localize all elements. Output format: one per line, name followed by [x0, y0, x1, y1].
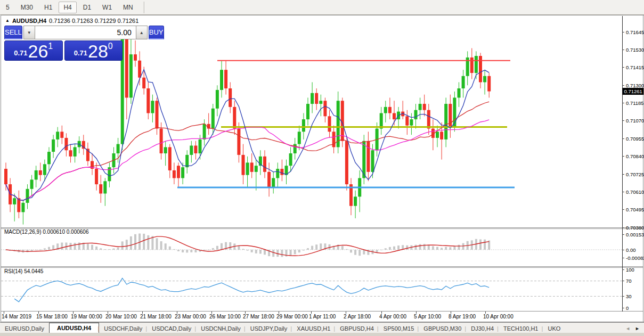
status-strip: [0, 333, 644, 336]
tab-dj30-h4[interactable]: DJ30,H4: [466, 324, 499, 333]
chart-header: ▲ AUDUSD,H4 0.71236 0.71263 0.71229 0.71…: [5, 18, 138, 24]
volume-input[interactable]: [35, 26, 136, 39]
date-axis-label: 29 Mar 00:00: [276, 314, 308, 319]
tab-sp500-m15[interactable]: SP500,M15: [379, 324, 419, 333]
macd-axis-label: 0.00: [626, 247, 636, 253]
price-axis-label: 0.71070: [626, 118, 644, 124]
sell-quote-button[interactable]: 0.71 26 1: [4, 40, 63, 61]
date-axis-label: 26 Mar 10:00: [209, 314, 241, 319]
tab-scroll-arrows: ◄►: [623, 326, 644, 333]
price-axis-label: 0.70725: [626, 171, 644, 177]
date-axis-label: 2 Apr 18:00: [344, 314, 371, 319]
tab-gbpusd-h4[interactable]: GBPUSD,H4: [335, 324, 379, 333]
price-axis-label: 0.70610: [626, 189, 644, 195]
sell-price-big: 26: [28, 44, 48, 59]
price-axis-label: 0.70840: [626, 153, 644, 159]
buy-price-prefix: 0.71: [74, 49, 87, 57]
rsi-axis-label: 100: [626, 267, 634, 273]
sell-button[interactable]: SELL: [4, 26, 22, 39]
chart-symbol-label: AUDUSD,H4: [12, 18, 46, 24]
tab-uko[interactable]: UKO: [543, 324, 565, 333]
buy-button[interactable]: BUY: [149, 26, 164, 39]
date-axis-label: 19 Mar 00:00: [71, 314, 102, 319]
price-axis-label: 0.70380: [626, 225, 644, 231]
chevron-down-icon: ▼: [27, 30, 31, 35]
timeframe-button-h1[interactable]: H1: [39, 2, 57, 13]
date-axis-label: 27 Mar 18:00: [243, 314, 274, 319]
date-axis-label: 23 Mar 00:00: [175, 314, 206, 319]
tab-gbpusd-m30[interactable]: GBPUSD,M30: [419, 324, 466, 333]
date-axis-label: 8 Apr 19:00: [449, 314, 476, 319]
date-axis-label: 5 Apr 10:00: [414, 314, 442, 319]
sell-price-pip: 1: [48, 42, 53, 51]
price-axis-label: 0.71645: [626, 29, 644, 35]
timeframe-button-mn[interactable]: MN: [118, 2, 138, 13]
price-axis-label: 0.70955: [626, 136, 644, 142]
buy-price-pip: 0: [108, 42, 113, 51]
rsi-axis-label: 70: [626, 278, 632, 284]
macd-axis-label: 0.001538: [626, 232, 644, 237]
price-axis-label: 0.71530: [626, 47, 644, 53]
chevron-up-icon: ▲: [140, 30, 144, 35]
one-click-trading-panel: SELL ▼ ▲ BUY 0.71 26 1 0.71 28 0: [4, 26, 123, 61]
price-axis-label: 0.71415: [626, 64, 644, 70]
price-axis-label: 0.71185: [626, 100, 644, 106]
rsi-axis-label: 0: [626, 305, 629, 311]
sell-price-prefix: 0.71: [14, 49, 27, 57]
toolbar-separator: [144, 2, 144, 13]
tab-audusd-h4[interactable]: AUDUSD,H4: [49, 323, 99, 333]
chart-ohlc-values: 0.71236 0.71263 0.71229 0.71261: [49, 18, 138, 24]
tab-usdjpy-daily[interactable]: USDJPY,Daily: [246, 324, 292, 333]
rsi-indicator-label: RSI(14) 54.0445: [4, 268, 43, 274]
tab-usdcad-daily[interactable]: USDCAD,Daily: [147, 324, 196, 333]
tab-tech100-h1[interactable]: TECH100,H1: [499, 324, 543, 333]
timeframe-button-d1[interactable]: D1: [78, 2, 96, 13]
timeframe-button-m30[interactable]: M30: [16, 2, 38, 13]
timeframe-button-h4[interactable]: H4: [59, 2, 76, 13]
buy-price-big: 28: [88, 44, 108, 59]
macd-indicator-label: MACD(12,26,9) 0.000610 0.000606: [4, 229, 88, 235]
tab-scroll-right-icon[interactable]: ►: [635, 326, 640, 331]
volume-decrease-button[interactable]: ▼: [23, 26, 35, 39]
date-axis-label: 21 Mar 18:00: [140, 314, 172, 319]
tab-scroll-left-icon[interactable]: ◄: [625, 326, 630, 331]
timeframe-button-5[interactable]: 5: [1, 2, 14, 13]
date-axis-label: 20 Mar 10:00: [105, 314, 137, 319]
tab-usdcnh-daily[interactable]: USDCNH,Daily: [196, 324, 246, 333]
tab-xauusd-h1[interactable]: XAUUSD,H1: [292, 324, 335, 333]
volume-increase-button[interactable]: ▲: [136, 26, 148, 39]
current-price-label: 0.71261: [624, 88, 642, 94]
date-axis-label: 15 Mar 18:00: [36, 314, 68, 319]
collapse-triangle-icon[interactable]: ▲: [5, 19, 10, 23]
date-axis-label: 4 Apr 00:00: [379, 314, 407, 319]
tab-usdchf-daily[interactable]: USDCHF,Daily: [99, 324, 147, 333]
macd-axis-label: -0.000835: [626, 255, 644, 261]
chart-tab-bar: EURUSD,DailyAUDUSD,H4USDCHF,DailyUSDCAD,…: [0, 322, 644, 333]
rsi-axis-label: 30: [626, 293, 632, 299]
price-axis-label: 0.71300: [626, 83, 644, 88]
buy-quote-button[interactable]: 0.71 28 0: [64, 40, 123, 61]
date-axis-label: 1 Apr 11:00: [309, 314, 336, 319]
timeframe-toolbar: 5M30H1H4D1W1MN: [0, 0, 644, 15]
price-axis-label: 0.70495: [626, 207, 644, 212]
date-axis-label: 10 Apr 00:00: [483, 314, 513, 319]
mt4-terminal: 0.716450.715300.714150.713000.711850.710…: [0, 0, 644, 336]
date-axis-label: 14 Mar 2019: [2, 314, 32, 319]
tab-eurusd-daily[interactable]: EURUSD,Daily: [0, 324, 49, 333]
timeframe-button-w1[interactable]: W1: [97, 2, 117, 13]
